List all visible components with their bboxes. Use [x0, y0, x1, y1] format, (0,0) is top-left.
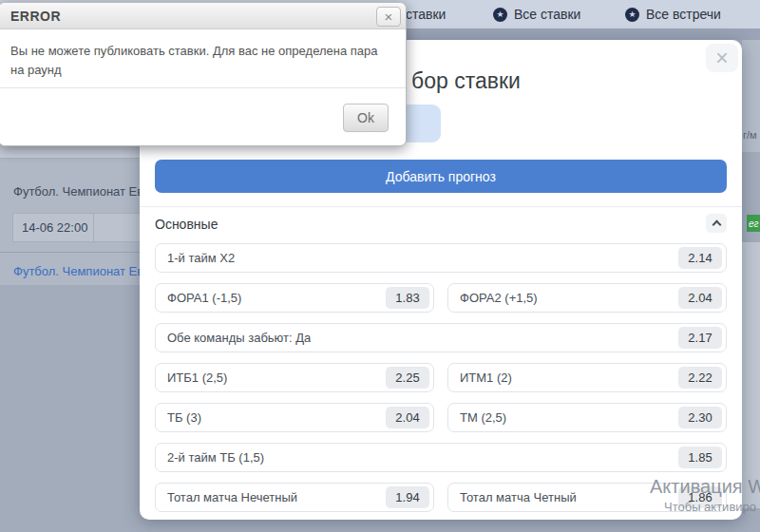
- bet-odd-badge[interactable]: 2.22: [678, 367, 722, 389]
- bet-row: 2-й тайм ТБ (1,5) 1.85: [155, 443, 727, 472]
- star-circle-icon: ★: [625, 8, 639, 22]
- error-dialog-title: ERROR: [10, 9, 61, 24]
- bet-option[interactable]: ИТМ1 (2) 2.22: [447, 363, 727, 392]
- bet-label: 1-й тайм X2: [167, 251, 235, 265]
- ok-button[interactable]: Ok: [343, 104, 389, 132]
- match-datetime: 14-06 22:00: [13, 214, 140, 235]
- close-icon[interactable]: ×: [706, 44, 738, 72]
- bet-label: 2-й тайм ТБ (1,5): [167, 450, 264, 465]
- bet-option[interactable]: 2-й тайм ТБ (1,5) 1.85: [155, 443, 727, 472]
- bet-option[interactable]: Обе команды забьют: Да 2.17: [155, 323, 727, 352]
- section-title: Основные: [155, 217, 218, 232]
- bet-odd-badge[interactable]: 2.04: [678, 287, 722, 309]
- bet-label: ТМ (2,5): [460, 410, 506, 425]
- bet-row: ТБ (3) 2.04 ТМ (2,5) 2.30: [155, 403, 727, 432]
- bet-option[interactable]: 1-й тайм X2 2.14: [155, 243, 727, 273]
- bet-label: ТБ (3): [167, 410, 201, 425]
- app-window: ставки ★ Все ставки ★ Все встречи Футбол…: [0, 0, 760, 532]
- bet-label: Тотал матча Четный: [460, 490, 577, 504]
- bet-row: Тотал матча Нечетный 1.94 Тотал матча Че…: [155, 483, 727, 512]
- nav-label: ставки: [406, 7, 446, 22]
- bet-option[interactable]: ФОРА1 (-1,5) 1.83: [155, 283, 434, 313]
- bet-odd-badge[interactable]: 1.83: [386, 287, 429, 309]
- bet-odd-badge[interactable]: 2.17: [678, 327, 722, 349]
- background-text-fragment: г/м: [743, 129, 757, 141]
- nav-item-all-bets[interactable]: ★ Все ставки: [493, 0, 580, 28]
- bet-odd-badge[interactable]: 2.30: [678, 407, 722, 428]
- modal-title: бор ставки: [411, 68, 521, 94]
- bet-odd-badge[interactable]: 1.94: [386, 486, 429, 508]
- add-forecast-button[interactable]: Добавить прогноз: [155, 160, 727, 193]
- star-circle-icon: ★: [493, 8, 507, 22]
- bet-option[interactable]: ТБ (3) 2.04: [155, 403, 434, 432]
- green-badge-fragment[interactable]: ег: [747, 215, 760, 232]
- bet-options-list: 1-й тайм X2 2.14 ФОРА1 (-1,5) 1.83 ФОРА2…: [155, 243, 727, 522]
- league-link[interactable]: Футбол. Чемпионат Евр: [13, 264, 140, 278]
- nav-label: Все встречи: [646, 7, 721, 22]
- bet-option[interactable]: Тотал матча Нечетный 1.94: [155, 483, 434, 512]
- collapse-section-button[interactable]: [706, 214, 727, 233]
- bet-label: ИТМ1 (2): [460, 370, 512, 385]
- close-icon[interactable]: ×: [376, 7, 401, 27]
- bet-label: ФОРА1 (-1,5): [167, 291, 241, 305]
- bet-odd-badge[interactable]: 2.04: [386, 407, 429, 428]
- bet-row: Обе команды забьют: Да 2.17: [155, 323, 727, 352]
- bet-option[interactable]: ТМ (2,5) 2.30: [447, 403, 727, 432]
- bet-odd-badge[interactable]: 2.14: [678, 247, 722, 269]
- bet-row: ИТБ1 (2,5) 2.25 ИТМ1 (2) 2.22: [155, 363, 727, 392]
- bet-label: ФОРА2 (+1,5): [460, 291, 538, 305]
- bet-label: ИТБ1 (2,5): [167, 370, 227, 385]
- error-dialog-titlebar: ERROR: [0, 3, 406, 29]
- league-title: Футбол. Чемпионат Евр: [13, 184, 140, 199]
- divider: [0, 252, 140, 253]
- bet-option[interactable]: ФОРА2 (+1,5) 2.04: [447, 283, 727, 313]
- background-panel: [742, 242, 760, 508]
- chevron-up-icon: [712, 220, 721, 230]
- bet-odd-badge[interactable]: 1.85: [678, 446, 722, 468]
- bet-odd-badge[interactable]: 2.25: [386, 367, 429, 389]
- error-dialog: ERROR × Вы не можете публиковать ставки.…: [0, 2, 407, 146]
- bet-label: Тотал матча Нечетный: [167, 490, 297, 504]
- nav-item-bets-partial[interactable]: ставки: [406, 0, 446, 28]
- nav-item-all-matches[interactable]: ★ Все встречи: [625, 0, 721, 28]
- bet-label: Обе команды забьют: Да: [167, 331, 311, 345]
- error-message: Вы не можете публиковать ставки. Для вас…: [0, 29, 406, 88]
- match-datetime-cell: 14-06 22:00: [12, 213, 140, 242]
- bet-row: ФОРА1 (-1,5) 1.83 ФОРА2 (+1,5) 2.04: [155, 283, 727, 313]
- bet-option[interactable]: ИТБ1 (2,5) 2.25: [155, 363, 434, 392]
- bet-option[interactable]: Тотал матча Четный 1.86: [447, 483, 727, 512]
- bet-row: 1-й тайм X2 2.14: [155, 243, 727, 273]
- nav-label: Все ставки: [514, 7, 580, 22]
- bet-odd-badge[interactable]: 1.86: [678, 486, 722, 508]
- divider: [140, 206, 742, 207]
